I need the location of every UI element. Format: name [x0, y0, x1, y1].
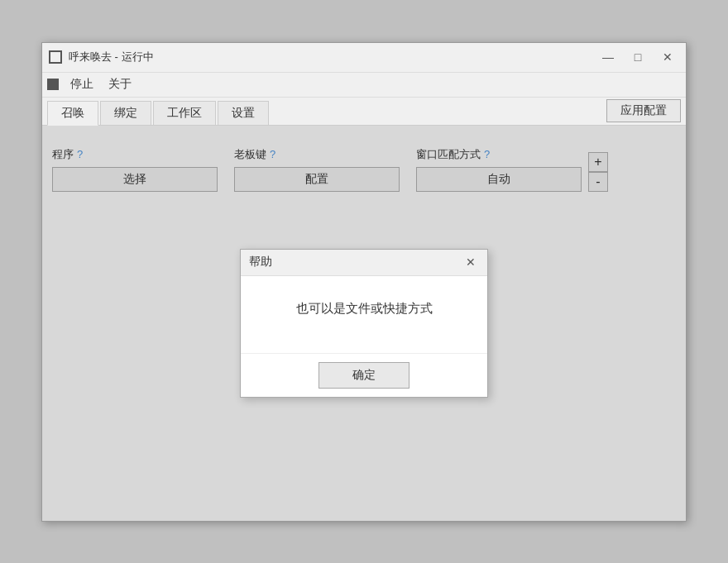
menu-bar: 停止 关于: [42, 73, 686, 98]
modal-ok-button[interactable]: 确定: [318, 362, 410, 389]
title-controls: — □ ✕: [596, 48, 679, 66]
modal-overlay: 帮助 ✕ 也可以是文件或快捷方式 确定: [42, 126, 686, 521]
app-icon: [49, 50, 62, 64]
menu-stop[interactable]: 停止: [64, 75, 100, 93]
modal-message: 也可以是文件或快捷方式: [257, 301, 471, 317]
main-window: 呼来唤去 - 运行中 — □ ✕ 停止 关于 召唤 绑定 工作区 设置 应用配置: [41, 42, 687, 522]
help-modal: 帮助 ✕ 也可以是文件或快捷方式 确定: [240, 249, 488, 398]
modal-title: 帮助: [249, 255, 272, 270]
modal-title-bar: 帮助 ✕: [241, 250, 487, 276]
tab-workspace[interactable]: 工作区: [153, 101, 216, 125]
close-button[interactable]: ✕: [656, 48, 679, 66]
tab-bar: 召唤 绑定 工作区 设置 应用配置: [42, 98, 686, 126]
tab-content: 程序 ? 选择 老板键 ? 配置 窗口匹配方式: [42, 126, 686, 521]
minimize-button[interactable]: —: [596, 48, 620, 66]
tab-settings[interactable]: 设置: [218, 101, 269, 125]
menu-about[interactable]: 关于: [102, 75, 138, 93]
window-title: 呼来唤去 - 运行中: [69, 50, 596, 64]
modal-close-button[interactable]: ✕: [462, 254, 479, 270]
stop-icon: [47, 79, 59, 90]
tab-bind[interactable]: 绑定: [100, 101, 151, 125]
apply-config-button[interactable]: 应用配置: [606, 99, 681, 122]
modal-body: 也可以是文件或快捷方式: [241, 276, 487, 353]
title-bar: 呼来唤去 - 运行中 — □ ✕: [42, 43, 686, 73]
tab-summon[interactable]: 召唤: [47, 101, 98, 126]
maximize-button[interactable]: □: [626, 48, 649, 66]
modal-footer: 确定: [241, 353, 487, 397]
